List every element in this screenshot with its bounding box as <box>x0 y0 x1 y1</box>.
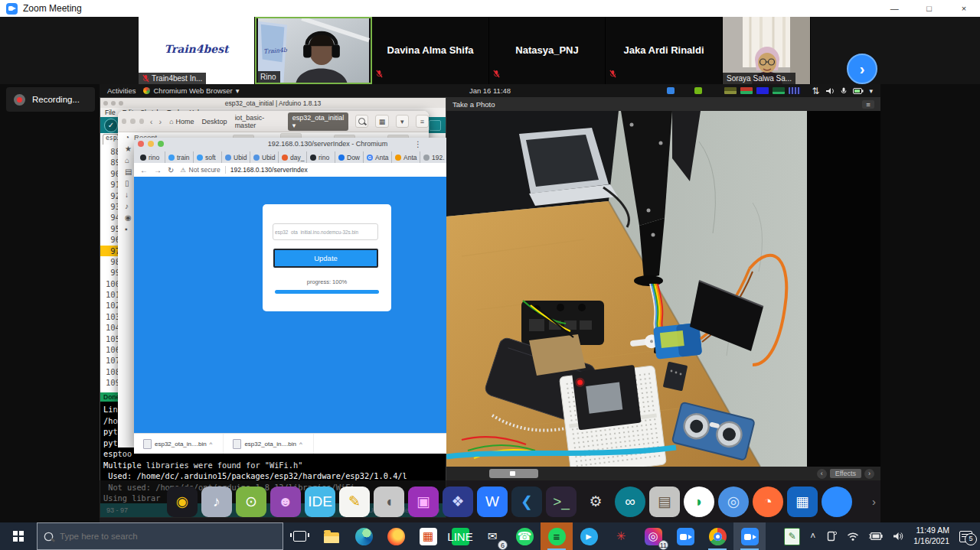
start-button[interactable] <box>0 522 37 550</box>
back-button[interactable]: ‹ <box>150 117 153 126</box>
effects-next-button[interactable]: › <box>864 469 874 479</box>
browser-tab[interactable]: rino <box>137 151 165 163</box>
search-input[interactable] <box>58 531 253 542</box>
taskbar-app[interactable]: ▸ <box>573 522 605 550</box>
chevron-down-icon[interactable]: ▾ <box>869 87 873 95</box>
messenger-tray-icon[interactable] <box>667 87 675 94</box>
dock-icon[interactable]: ✎ <box>339 487 370 517</box>
participant-tile-soraya[interactable]: Soraya Salwa Sa... <box>723 17 811 84</box>
taskbar-app[interactable] <box>315 522 348 550</box>
dock-icon[interactable]: ◎ <box>718 487 749 517</box>
browser-tab[interactable]: 192. <box>420 151 449 163</box>
dock-icon[interactable]: >_ <box>546 487 577 517</box>
browser-tab[interactable]: Ubid <box>222 151 250 163</box>
not-secure-label[interactable]: Not secure <box>189 166 220 174</box>
effects-prev-button[interactable]: ‹ <box>817 469 827 479</box>
wifi-icon[interactable] <box>847 532 859 541</box>
volume-icon[interactable] <box>825 87 835 95</box>
minimize-button[interactable]: — <box>878 0 910 17</box>
download-caret-icon[interactable]: ^ <box>210 441 213 447</box>
taskbar-app[interactable] <box>348 522 380 550</box>
dock-icon[interactable]: ◗ <box>684 487 714 517</box>
battery-icon[interactable] <box>853 88 864 94</box>
next-participants-button[interactable]: › <box>847 54 877 84</box>
browser-tab[interactable]: soft <box>194 151 222 163</box>
dock-icon[interactable]: IDE <box>305 487 335 517</box>
network-icon[interactable]: ⇅ <box>812 86 819 96</box>
taskbar-app[interactable]: ◎ 11 <box>637 522 669 550</box>
dock-icon[interactable]: ♪ <box>201 487 232 517</box>
taskbar-app[interactable]: ≡ <box>541 522 573 550</box>
your-phone-icon[interactable] <box>825 531 837 542</box>
notepad-tray-icon[interactable]: ✎ <box>784 528 800 545</box>
dock-icon[interactable]: ◔ <box>753 487 783 517</box>
browser-tab[interactable]: G Anta <box>364 151 392 163</box>
taskbar-app[interactable]: LINE <box>444 522 476 550</box>
dock-icon[interactable]: ❖ <box>443 487 473 517</box>
taskbar-app[interactable]: ▦ <box>412 522 444 550</box>
maximize-button[interactable]: □ <box>913 0 946 17</box>
taskbar-search[interactable] <box>37 522 283 550</box>
menu-item[interactable]: File <box>105 109 116 116</box>
taskbar-app[interactable]: ✳ <box>605 522 637 550</box>
breadcrumb-parent[interactable]: iot_basic-master <box>235 114 280 129</box>
taskbar-app[interactable] <box>733 522 766 550</box>
dock-icon[interactable]: ∞ <box>615 487 645 517</box>
dock-icon[interactable]: ❮ <box>511 487 542 517</box>
browser-tab[interactable]: Anta <box>392 151 420 163</box>
breadcrumb-desktop[interactable]: Desktop <box>202 118 227 125</box>
search-button[interactable] <box>355 115 368 128</box>
effects-button[interactable]: Effects <box>830 469 861 478</box>
browser-tab[interactable]: Ubid <box>250 151 279 163</box>
notification-center-icon[interactable]: 5 <box>959 531 972 542</box>
dock-icon[interactable] <box>822 487 852 517</box>
kebab-icon[interactable]: ⋮ <box>414 140 422 148</box>
participant-tile-jaka[interactable]: Jaka Ardi Rinaldi <box>606 17 723 84</box>
download-item[interactable]: esp32_ota_in....bin ^ <box>233 434 313 454</box>
taskbar-app[interactable] <box>380 522 412 550</box>
mic-icon[interactable] <box>841 87 847 95</box>
download-item[interactable]: esp32_ota_in....bin ^ <box>143 434 224 454</box>
participant-tile-rino[interactable]: Train4b Rino <box>255 17 372 84</box>
taskbar-clock[interactable]: 11:49 AM 1/16/2021 <box>913 526 949 546</box>
dock-icon[interactable]: ☻ <box>270 487 301 517</box>
browser-tab[interactable]: Dow <box>335 151 364 163</box>
arduino-titlebar[interactable]: esp32_ota_initial | Arduino 1.8.13 <box>100 98 446 108</box>
dock-icon[interactable]: ▤ <box>649 487 680 517</box>
browser-tab[interactable]: rino <box>307 151 335 163</box>
take-photo-button[interactable] <box>489 469 538 478</box>
menu-button[interactable]: ≡ <box>416 115 429 128</box>
taskbar-app[interactable] <box>283 522 315 550</box>
dock-more-arrow[interactable]: › <box>872 495 876 508</box>
breadcrumb-current[interactable]: esp32_ota_initial ▾ <box>288 112 349 131</box>
url-text[interactable]: 192.168.0.130/serverIndex <box>230 166 308 174</box>
dock-icon[interactable]: ▦ <box>787 487 818 517</box>
browser-tab[interactable]: train <box>165 151 194 163</box>
forward-button[interactable]: › <box>158 117 162 126</box>
participant-tile-train4best[interactable]: Train4best Train4best In... <box>139 17 255 84</box>
browser-tab[interactable]: day_ <box>279 151 307 163</box>
back-button[interactable]: ← <box>140 166 148 174</box>
download-caret-icon[interactable]: ^ <box>299 441 302 447</box>
breadcrumb-home[interactable]: ⌂Home <box>169 118 194 125</box>
system-monitor-applet[interactable] <box>722 87 801 94</box>
taskbar-app[interactable]: ☎ <box>508 522 541 550</box>
app-tray-icon[interactable] <box>694 87 702 94</box>
participant-tile-davina[interactable]: Davina Alma Shifa <box>372 17 489 84</box>
view-toggle-button[interactable]: ▦ <box>375 115 388 128</box>
forward-button[interactable]: → <box>154 166 162 174</box>
battery-icon[interactable] <box>869 532 883 540</box>
dock-icon[interactable]: ⊙ <box>236 487 266 517</box>
dock-icon[interactable]: ⚙ <box>580 487 611 517</box>
close-button[interactable]: × <box>948 0 980 17</box>
hidden-icons-chevron[interactable]: ˄ <box>810 531 815 542</box>
dock-icon[interactable]: ◉ <box>167 487 198 517</box>
taskbar-app[interactable]: ✉ 6 <box>476 522 508 550</box>
verify-button[interactable]: ✓ <box>104 119 118 132</box>
dock-icon[interactable]: ◖ <box>374 487 404 517</box>
dock-icon[interactable]: W <box>477 487 508 517</box>
taskbar-app[interactable] <box>701 522 733 550</box>
view-options-button[interactable]: ▾ <box>396 115 409 128</box>
firmware-file-input[interactable] <box>273 223 378 240</box>
hamburger-menu-icon[interactable]: ≡ <box>862 100 874 109</box>
